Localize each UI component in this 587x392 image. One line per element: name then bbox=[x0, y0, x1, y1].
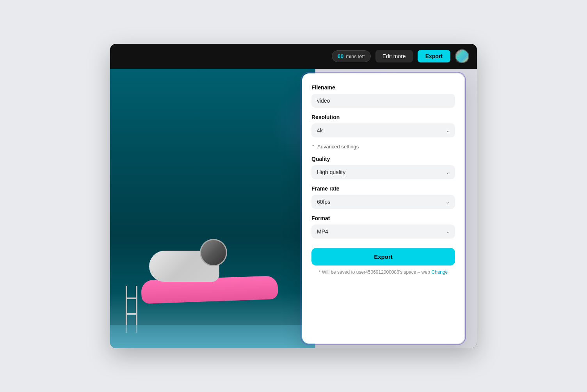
astronaut bbox=[149, 251, 227, 290]
edit-more-button[interactable]: Edit more bbox=[375, 50, 413, 62]
save-notice-text: * Will be saved to user4506912000086's s… bbox=[319, 269, 430, 275]
framerate-select-wrapper: 60fps 30fps 24fps ⌄ bbox=[311, 195, 455, 209]
change-link[interactable]: Change bbox=[431, 269, 448, 275]
filename-input[interactable] bbox=[311, 94, 455, 108]
quality-label: Quality bbox=[311, 156, 455, 162]
mins-left-label: mins left bbox=[346, 53, 365, 59]
resolution-field-group: Resolution 4k 1080p 720p 480p ⌄ bbox=[311, 114, 455, 137]
resolution-label: Resolution bbox=[311, 114, 455, 120]
app-window: 60 mins left Edit more Export Filename bbox=[110, 44, 477, 348]
save-notice: * Will be saved to user4506912000086's s… bbox=[311, 269, 455, 275]
content-area: Filename Resolution 4k 1080p 720p 480p ⌄ bbox=[110, 69, 477, 348]
astronaut-helmet bbox=[200, 239, 227, 266]
resolution-select-wrapper: 4k 1080p 720p 480p ⌄ bbox=[311, 123, 455, 137]
format-select-wrapper: MP4 MOV WebM ⌄ bbox=[311, 225, 455, 239]
filename-field-group: Filename bbox=[311, 84, 455, 108]
framerate-select[interactable]: 60fps 30fps 24fps bbox=[311, 195, 455, 209]
ladder bbox=[126, 286, 137, 333]
format-select[interactable]: MP4 MOV WebM bbox=[311, 225, 455, 239]
framerate-field-group: Frame rate 60fps 30fps 24fps ⌄ bbox=[311, 185, 455, 209]
advanced-settings-toggle[interactable]: ⌃ Advanced settings bbox=[311, 144, 455, 150]
filename-label: Filename bbox=[311, 84, 455, 91]
format-label: Format bbox=[311, 215, 455, 221]
export-modal: Filename Resolution 4k 1080p 720p 480p ⌄ bbox=[301, 73, 465, 344]
astronaut-suit bbox=[149, 251, 219, 282]
mins-left-badge: 60 mins left bbox=[332, 50, 371, 62]
quality-select[interactable]: High quality Medium quality Low quality bbox=[311, 165, 455, 179]
video-preview bbox=[110, 69, 315, 348]
top-bar: 60 mins left Edit more Export bbox=[110, 44, 477, 69]
export-top-button[interactable]: Export bbox=[418, 50, 450, 62]
format-field-group: Format MP4 MOV WebM ⌄ bbox=[311, 215, 455, 239]
export-button[interactable]: Export bbox=[311, 248, 455, 265]
mins-left-number: 60 bbox=[338, 53, 344, 59]
framerate-label: Frame rate bbox=[311, 185, 455, 192]
quality-select-wrapper: High quality Medium quality Low quality … bbox=[311, 165, 455, 179]
avatar[interactable] bbox=[455, 49, 469, 63]
resolution-select[interactable]: 4k 1080p 720p 480p bbox=[311, 123, 455, 137]
advanced-settings-label: Advanced settings bbox=[317, 144, 359, 150]
quality-field-group: Quality High quality Medium quality Low … bbox=[311, 156, 455, 179]
advanced-chevron-icon: ⌃ bbox=[311, 144, 315, 149]
